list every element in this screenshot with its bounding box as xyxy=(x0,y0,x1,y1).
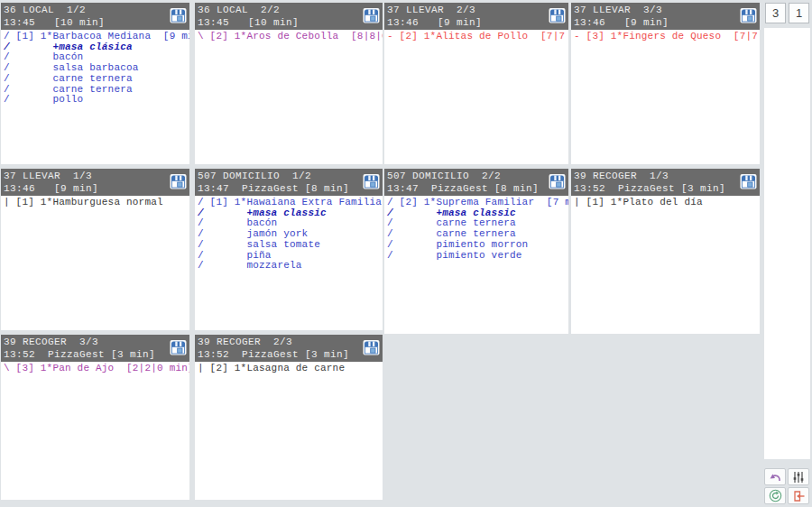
ticket-header: 37 LLEVAR 1/313:46 [9 min] xyxy=(1,169,189,196)
ticket-time-info: 13:45 [10 min] xyxy=(198,16,383,29)
store-icon[interactable] xyxy=(170,340,187,355)
ticket-body: | [1] 1*Plato del día xyxy=(571,196,760,334)
ticket-header: 39 RECOGER 3/313:52 PizzaGest [3 min] xyxy=(1,335,189,362)
order-item-line[interactable]: / [1] 1*Barbacoa Mediana [9 min xyxy=(4,32,189,42)
ticket-title: 36 LOCAL 1/2 xyxy=(4,4,189,16)
order-item-line[interactable]: / carne ternera xyxy=(4,74,189,85)
order-item-line[interactable]: - [3] 1*Fingers de Queso [7|7 m xyxy=(574,32,760,42)
order-item-line[interactable]: / salsa tomate xyxy=(198,240,383,251)
store-icon[interactable] xyxy=(549,174,566,189)
ticket-header: 39 RECOGER 2/313:52 PizzaGest [3 min] xyxy=(195,335,383,362)
ticket-body: | [1] 1*Hamburguesa normal xyxy=(1,196,189,330)
undo-button[interactable] xyxy=(764,468,786,485)
sliders-button[interactable] xyxy=(788,468,809,485)
orders-board: 36 LOCAL 1/213:45 [10 min]/ [1] 1*Barbac… xyxy=(0,0,762,507)
undo-icon xyxy=(768,471,782,484)
ticket-title: 507 DOMICILIO 1/2 xyxy=(198,170,383,182)
ticket-header: 507 DOMICILIO 2/213:47 PizzaGest [8 min] xyxy=(384,169,568,196)
ticket-time-info: 13:46 [9 min] xyxy=(4,182,189,195)
ticket-header: 37 LLEVAR 2/313:46 [9 min] xyxy=(384,3,568,30)
store-icon[interactable] xyxy=(170,8,187,23)
store-icon[interactable] xyxy=(363,174,380,189)
ticket-title: 37 LLEVAR 2/3 xyxy=(387,4,568,16)
store-icon[interactable] xyxy=(170,174,187,189)
side-list-panel xyxy=(764,28,810,459)
sliders-icon xyxy=(792,471,805,484)
ticket-header: 39 RECOGER 1/313:52 PizzaGest [3 min] xyxy=(571,169,760,196)
order-item-line[interactable]: | [1] 1*Plato del día xyxy=(574,198,760,208)
order-item-line[interactable]: / mozzarela xyxy=(198,261,383,272)
ticket-body: \ [2] 1*Aros de Cebolla [8|8|0 xyxy=(195,30,383,164)
order-ticket[interactable]: 507 DOMICILIO 2/213:47 PizzaGest [8 min]… xyxy=(384,169,568,334)
ticket-body: \ [3] 1*Pan de Ajo [2|2|0 min] xyxy=(1,362,189,500)
ticket-time-info: 13:47 PizzaGest [8 min] xyxy=(198,182,383,195)
order-ticket[interactable]: 39 RECOGER 3/313:52 PizzaGest [3 min]\ [… xyxy=(1,335,189,500)
ticket-header: 37 LLEVAR 3/313:46 [9 min] xyxy=(571,3,760,30)
ticket-body: / [1] 1*Hawaiana Extra Familiar/ +masa c… xyxy=(195,196,383,330)
order-ticket[interactable]: 39 RECOGER 2/313:52 PizzaGest [3 min]| [… xyxy=(195,335,383,500)
order-ticket[interactable]: 507 DOMICILIO 1/213:47 PizzaGest [8 min]… xyxy=(195,169,383,330)
ticket-title: 37 LLEVAR 1/3 xyxy=(4,170,189,182)
order-item-line[interactable]: | [2] 1*Lasagna de carne xyxy=(198,364,383,374)
ticket-body: - [2] 1*Alitas de Pollo [7|7 mi xyxy=(384,30,568,164)
order-item-line[interactable]: | [1] 1*Hamburguesa normal xyxy=(4,198,189,208)
exit-button[interactable] xyxy=(788,487,809,504)
pager-button-1[interactable]: 1 xyxy=(789,3,809,23)
order-ticket[interactable]: 37 LLEVAR 3/313:46 [9 min]- [3] 1*Finger… xyxy=(571,3,760,164)
ticket-title: 37 LLEVAR 3/3 xyxy=(574,4,760,16)
ticket-body: | [2] 1*Lasagna de carne xyxy=(195,362,383,500)
action-buttons xyxy=(764,468,809,504)
order-ticket[interactable]: 36 LOCAL 2/213:45 [10 min]\ [2] 1*Aros d… xyxy=(195,3,383,164)
exit-icon xyxy=(792,490,806,502)
refresh-button[interactable] xyxy=(764,487,786,504)
order-item-line[interactable]: / pollo xyxy=(4,95,189,106)
refresh-icon xyxy=(769,489,782,502)
order-item-line[interactable]: \ [3] 1*Pan de Ajo [2|2|0 min] xyxy=(4,364,189,374)
store-icon[interactable] xyxy=(740,8,757,23)
order-item-line[interactable]: / pimiento verde xyxy=(387,251,568,262)
ticket-body: / [1] 1*Barbacoa Mediana [9 min/ +masa c… xyxy=(1,30,189,164)
ticket-title: 36 LOCAL 2/2 xyxy=(198,4,383,16)
ticket-header: 36 LOCAL 2/213:45 [10 min] xyxy=(195,3,383,30)
store-icon[interactable] xyxy=(363,8,380,23)
ticket-body: - [3] 1*Fingers de Queso [7|7 m xyxy=(571,30,760,164)
ticket-title: 507 DOMICILIO 2/2 xyxy=(387,170,568,182)
order-item-line[interactable]: / pimiento morron xyxy=(387,240,568,251)
order-ticket[interactable]: 37 LLEVAR 1/313:46 [9 min]| [1] 1*Hambur… xyxy=(1,169,189,330)
ticket-header: 507 DOMICILIO 1/213:47 PizzaGest [8 min] xyxy=(195,169,383,196)
ticket-time-info: 13:52 PizzaGest [3 min] xyxy=(574,182,760,195)
order-ticket[interactable]: 36 LOCAL 1/213:45 [10 min]/ [1] 1*Barbac… xyxy=(1,3,189,164)
store-icon[interactable] xyxy=(740,174,757,189)
ticket-time-info: 13:47 PizzaGest [8 min] xyxy=(387,182,568,195)
order-ticket[interactable]: 37 LLEVAR 2/313:46 [9 min]- [2] 1*Alitas… xyxy=(384,3,568,164)
ticket-time-info: 13:46 [9 min] xyxy=(387,16,568,29)
ticket-title: 39 RECOGER 2/3 xyxy=(198,336,383,348)
store-icon[interactable] xyxy=(549,8,566,23)
ticket-title: 39 RECOGER 1/3 xyxy=(574,170,760,182)
ticket-title: 39 RECOGER 3/3 xyxy=(4,336,189,348)
order-ticket[interactable]: 39 RECOGER 1/313:52 PizzaGest [3 min]| [… xyxy=(571,169,760,334)
sidebar: 3 1 xyxy=(762,0,812,507)
pager: 3 1 xyxy=(765,3,809,23)
order-item-line[interactable]: \ [2] 1*Aros de Cebolla [8|8|0 xyxy=(198,32,383,42)
ticket-header: 36 LOCAL 1/213:45 [10 min] xyxy=(1,3,189,30)
order-item-line[interactable]: / [2] 1*Suprema Familiar [7 min xyxy=(387,198,568,208)
ticket-body: / [2] 1*Suprema Familiar [7 min/ +masa c… xyxy=(384,196,568,334)
ticket-time-info: 13:52 PizzaGest [3 min] xyxy=(198,348,383,361)
ticket-time-info: 13:45 [10 min] xyxy=(4,16,189,29)
order-item-line[interactable]: / [1] 1*Hawaiana Extra Familiar xyxy=(198,198,383,208)
store-icon[interactable] xyxy=(363,340,380,355)
order-item-line[interactable]: - [2] 1*Alitas de Pollo [7|7 mi xyxy=(387,32,568,42)
pager-button-3[interactable]: 3 xyxy=(765,3,786,23)
ticket-time-info: 13:52 PizzaGest [3 min] xyxy=(4,348,189,361)
ticket-time-info: 13:46 [9 min] xyxy=(574,16,760,29)
